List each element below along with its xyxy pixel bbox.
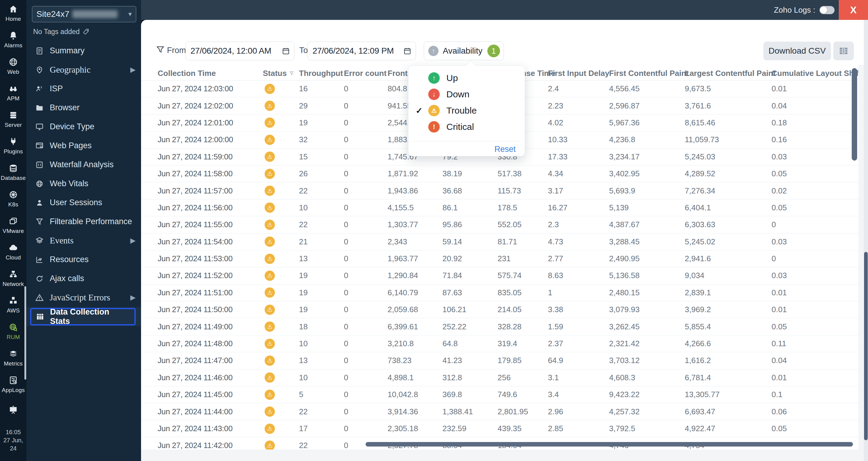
value-cell: 13,305.77 <box>685 390 772 399</box>
monitor-icon <box>35 123 44 131</box>
rail-item-presentation-icon[interactable] <box>0 398 27 424</box>
value-cell: 22 <box>299 186 344 195</box>
zoho-logs-toggle[interactable] <box>819 6 835 14</box>
availability-filter-button[interactable]: ↑ Availability 1 <box>424 41 504 60</box>
sidebar-item-web-vitals[interactable]: Web Vitals <box>27 174 141 193</box>
sidebar-item-resources[interactable]: Resources <box>27 250 141 269</box>
table-row: Jun 27, 2024 11:54:00⚠2102,34359.1481.71… <box>141 234 858 250</box>
value-cell: 10 <box>299 373 344 382</box>
filter-icon <box>156 45 165 54</box>
to-date-value: 27/06/2024, 12:09 PM <box>313 46 394 56</box>
close-button[interactable]: X <box>839 0 868 20</box>
download-csv-button[interactable]: Download CSV <box>764 41 831 60</box>
horizontal-scrollbar-thumb[interactable] <box>366 442 853 447</box>
sidebar-item-filterable-performance[interactable]: Filterable Performance <box>27 212 141 231</box>
from-date-input[interactable]: 27/06/2024, 12:00 AM <box>185 41 294 60</box>
rail-item-vmware[interactable]: VMware <box>0 212 27 239</box>
calendar-icon[interactable] <box>282 47 290 55</box>
column-picker-button[interactable] <box>833 41 854 60</box>
value-cell: 29 <box>299 101 344 111</box>
value-cell: 2,059.68 <box>388 305 442 314</box>
column-header-status: Status <box>263 69 299 78</box>
refresh-icon <box>34 274 44 284</box>
rail-item-applogs[interactable]: AppLogs <box>0 371 27 398</box>
calendar-icon[interactable] <box>403 47 411 55</box>
sidebar-item-label: Device Type <box>50 122 94 131</box>
icon-rail: HomeAlarmsWebAPMServerPluginsDatabaseK8s… <box>0 0 27 461</box>
table-row: Jun 27, 2024 11:45:00⚠5010,042.8369.8749… <box>141 386 858 403</box>
table-row: Jun 27, 2024 11:46:00⚠1004,898.1312.8256… <box>141 369 858 386</box>
sidebar-item-data-collection-stats[interactable]: Data Collection Stats <box>27 307 141 326</box>
sidebar-item-ajax-calls[interactable]: Ajax calls <box>27 269 141 288</box>
trouble-status-icon: ⚠ <box>265 118 275 128</box>
rail-item-server[interactable]: Server <box>0 106 27 132</box>
sidebar-item-events[interactable]: Events▶ <box>27 231 141 250</box>
to-date-input[interactable]: 27/06/2024, 12:09 PM <box>307 41 416 60</box>
table-row: Jun 27, 2024 11:51:00⚠1906,140.7987.6383… <box>141 284 858 301</box>
rail-clock: 16:05 27 Jun, 24 <box>0 428 27 453</box>
trouble-status-icon: ⚠ <box>265 321 275 332</box>
rail-item-web[interactable]: Web <box>0 53 27 80</box>
rail-item-label: Cloud <box>6 254 21 261</box>
sidebar-item-waterfall-analysis[interactable]: Waterfall Analysis <box>27 155 141 174</box>
trouble-status-icon: ⚠ <box>428 105 440 116</box>
sidebar-item-summary[interactable]: Summary <box>27 41 141 60</box>
rail-item-rum[interactable]: RUM <box>0 318 27 345</box>
collection-time-cell: Jun 27, 2024 11:59:00 <box>158 152 263 161</box>
rail-item-alarms[interactable]: Alarms <box>0 27 27 53</box>
chevron-right-icon: ▶ <box>130 294 135 302</box>
no-tags[interactable]: No Tags added <box>33 28 90 36</box>
trouble-status-icon: ⚠ <box>265 220 275 230</box>
sidebar-item-isp[interactable]: ISP <box>27 79 141 98</box>
doc-icon <box>35 47 44 55</box>
vertical-scrollbar-thumb[interactable] <box>852 68 857 161</box>
rail-item-label: Server <box>4 122 22 128</box>
collection-time-cell: Jun 27, 2024 11:56:00 <box>158 203 263 212</box>
value-cell: 4.73 <box>548 237 609 246</box>
cloud-icon <box>9 243 18 252</box>
monitor-select[interactable]: Site24x7 ▾ <box>32 6 136 22</box>
value-cell: 4,608.3 <box>609 373 685 382</box>
status-cell: ⚠ <box>263 101 299 111</box>
value-cell: 179.85 <box>498 356 548 365</box>
sidebar-item-label: Web Vitals <box>50 179 88 188</box>
rail-scrollbar[interactable] <box>24 286 26 380</box>
window-scrollbar[interactable] <box>864 20 868 461</box>
up-status-icon: ↑ <box>428 72 440 84</box>
value-cell: 4,266.6 <box>685 339 772 348</box>
value-cell: 552.05 <box>498 220 548 229</box>
rail-item-aws[interactable]: AWS <box>0 292 27 318</box>
sidebar-item-user-sessions[interactable]: User Sessions <box>27 193 141 212</box>
collection-time-cell: Jun 27, 2024 11:47:00 <box>158 356 263 365</box>
sidebar-item-web-pages[interactable]: Web Pages <box>27 136 141 155</box>
sidebar-item-device-type[interactable]: Device Type <box>27 117 141 136</box>
window-scrollbar-thumb[interactable] <box>864 252 868 440</box>
rail-item-database[interactable]: Database <box>0 159 27 186</box>
status-option-up[interactable]: ↑Up <box>408 70 525 86</box>
binoculars-icon <box>9 84 18 93</box>
rail-item-home[interactable]: Home <box>0 0 27 27</box>
globe-icon <box>9 58 18 67</box>
rail-item-apm[interactable]: APM <box>0 80 27 106</box>
value-cell: 4,387.67 <box>609 220 685 229</box>
funnel-icon <box>35 218 44 226</box>
zoho-logs-label: Zoho Logs : <box>774 5 815 15</box>
value-cell: 2,839.1 <box>685 288 772 297</box>
value-cell: 0.01 <box>772 305 855 314</box>
sidebar-item-browser[interactable]: Browser <box>27 98 141 117</box>
rail-item-plugins[interactable]: Plugins <box>0 132 27 159</box>
status-option-critical[interactable]: !Critical <box>408 119 525 135</box>
value-cell: 59.14 <box>442 237 498 246</box>
rail-item-network[interactable]: Network <box>0 265 27 292</box>
rail-item-k8s[interactable]: K8s <box>0 186 27 212</box>
sidebar-item-geographic[interactable]: Geographic▶ <box>27 60 141 79</box>
status-option-trouble[interactable]: ✓⚠Trouble <box>408 102 525 119</box>
status-option-down[interactable]: ↓Down <box>408 86 525 102</box>
value-cell: 87.63 <box>442 288 498 297</box>
sidebar-item-javascript-errors[interactable]: JavaScript Errors▶ <box>27 288 141 307</box>
value-cell: 0.05 <box>772 322 855 332</box>
rail-item-metrics[interactable]: Metrics <box>0 345 27 371</box>
reset-link[interactable]: Reset <box>494 145 516 154</box>
collection-time-cell: Jun 27, 2024 11:54:00 <box>158 237 263 246</box>
rail-item-cloud[interactable]: Cloud <box>0 239 27 265</box>
